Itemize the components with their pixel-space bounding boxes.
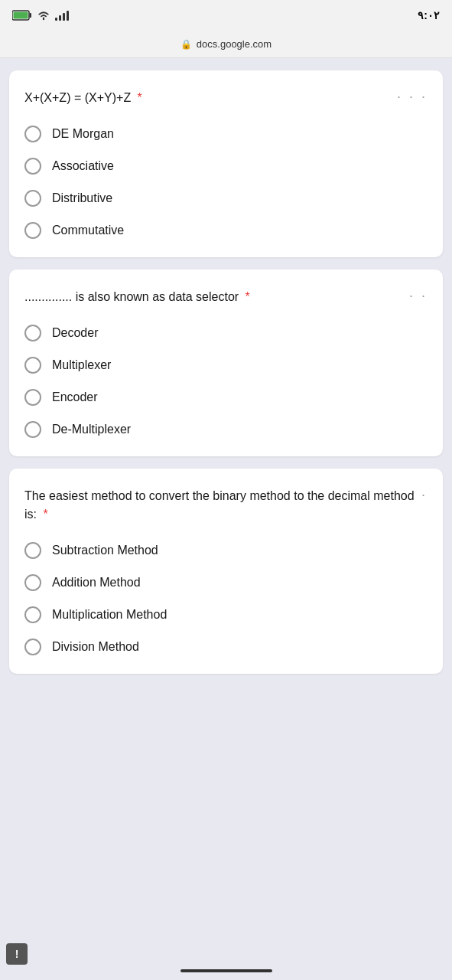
- home-indicator: [0, 962, 452, 980]
- q2-label-4: De-Multiplexer: [52, 423, 131, 436]
- q3-label-1: Subtraction Method: [52, 544, 158, 557]
- q1-label-2: Associative: [52, 159, 114, 173]
- q1-radio-2[interactable]: [24, 158, 41, 175]
- question-3-header: The easiest method to convert the binary…: [24, 487, 428, 524]
- svg-rect-2: [14, 12, 28, 19]
- svg-rect-1: [30, 13, 32, 18]
- question-3-options: Subtraction Method Addition Method Multi…: [24, 542, 428, 655]
- q1-label-1: DE Morgan: [52, 127, 114, 141]
- q3-label-3: Multiplication Method: [52, 608, 167, 622]
- q1-radio-4[interactable]: [24, 222, 41, 239]
- q2-label-1: Decoder: [52, 326, 98, 340]
- question-card-2: .............. is also known as data sel…: [9, 270, 443, 456]
- q1-option-2[interactable]: Associative: [24, 158, 428, 175]
- required-star-3: *: [40, 508, 48, 521]
- q3-radio-4[interactable]: [24, 639, 41, 655]
- q1-option-4[interactable]: Commutative: [24, 222, 428, 239]
- url-text: docs.google.com: [197, 38, 272, 50]
- q3-radio-1[interactable]: [24, 542, 41, 559]
- browser-bar: 🔒 docs.google.com: [0, 31, 452, 58]
- q3-option-2[interactable]: Addition Method: [24, 574, 428, 591]
- signal-icon: [55, 10, 69, 21]
- question-2-text: .............. is also known as data sel…: [24, 288, 409, 306]
- status-left: [12, 10, 69, 21]
- question-2-options: Decoder Multiplexer Encoder De-Multiplex…: [24, 325, 428, 438]
- question-1-menu[interactable]: · · ·: [397, 89, 428, 105]
- question-2-menu[interactable]: · ·: [409, 288, 428, 304]
- q3-radio-3[interactable]: [24, 606, 41, 623]
- question-2-header: .............. is also known as data sel…: [24, 288, 428, 306]
- q2-option-3[interactable]: Encoder: [24, 389, 428, 406]
- q2-option-2[interactable]: Multiplexer: [24, 357, 428, 374]
- url-bar: 🔒 docs.google.com: [180, 38, 272, 50]
- question-3-menu[interactable]: ·: [421, 487, 428, 503]
- q3-label-4: Division Method: [52, 640, 139, 654]
- q1-label-3: Distributive: [52, 191, 112, 205]
- q1-radio-1[interactable]: [24, 126, 41, 142]
- q1-label-4: Commutative: [52, 224, 124, 237]
- battery-icon: [12, 10, 32, 21]
- q2-radio-3[interactable]: [24, 389, 41, 406]
- time-display: ٩:٠٢: [418, 9, 440, 21]
- q3-option-1[interactable]: Subtraction Method: [24, 542, 428, 559]
- status-bar: ٩:٠٢: [0, 0, 452, 31]
- q3-option-4[interactable]: Division Method: [24, 639, 428, 655]
- question-1-options: DE Morgan Associative Distributive Commu…: [24, 126, 428, 239]
- wifi-icon: [37, 10, 50, 21]
- required-star-2: *: [242, 290, 250, 303]
- question-card-3: The easiest method to convert the binary…: [9, 469, 443, 674]
- q2-radio-4[interactable]: [24, 421, 41, 438]
- question-1-header: X+(X+Z) = (X+Y)+Z * · · ·: [24, 89, 428, 107]
- question-card-1: X+(X+Z) = (X+Y)+Z * · · · DE Morgan Asso…: [9, 70, 443, 257]
- q1-option-1[interactable]: DE Morgan: [24, 126, 428, 142]
- home-bar: [180, 969, 272, 972]
- q2-label-3: Encoder: [52, 390, 98, 404]
- q3-option-3[interactable]: Multiplication Method: [24, 606, 428, 623]
- q2-radio-1[interactable]: [24, 325, 41, 341]
- q2-label-2: Multiplexer: [52, 358, 111, 372]
- question-1-text: X+(X+Z) = (X+Y)+Z *: [24, 89, 397, 107]
- required-star-1: *: [134, 91, 142, 104]
- q3-radio-2[interactable]: [24, 574, 41, 591]
- content-area: X+(X+Z) = (X+Y)+Z * · · · DE Morgan Asso…: [0, 58, 452, 962]
- lock-icon: 🔒: [180, 39, 192, 50]
- q1-radio-3[interactable]: [24, 190, 41, 207]
- alert-icon[interactable]: !: [6, 943, 28, 965]
- q2-option-4[interactable]: De-Multiplexer: [24, 421, 428, 438]
- q2-option-1[interactable]: Decoder: [24, 325, 428, 341]
- q3-label-2: Addition Method: [52, 576, 141, 590]
- q2-radio-2[interactable]: [24, 357, 41, 374]
- question-3-text: The easiest method to convert the binary…: [24, 487, 421, 524]
- q1-option-3[interactable]: Distributive: [24, 190, 428, 207]
